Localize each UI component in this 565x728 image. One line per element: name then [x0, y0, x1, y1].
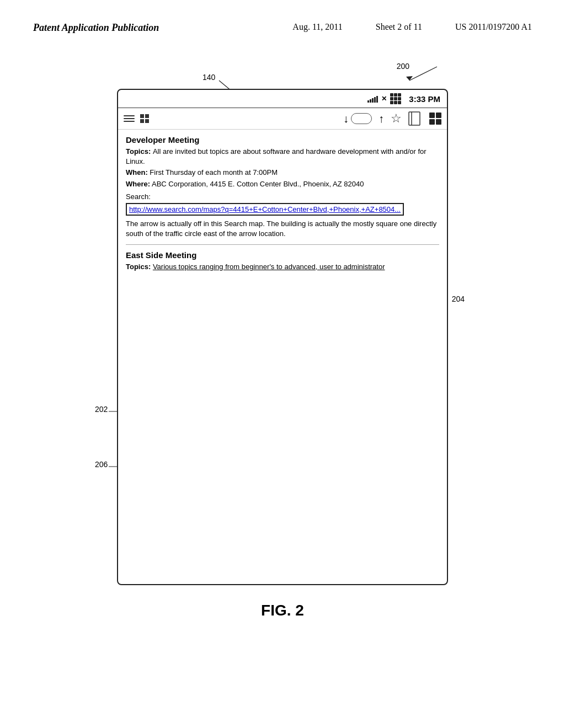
search-url-link[interactable]: http://www.search.com/maps?q=4415+E+Cott…	[126, 203, 404, 216]
header-info: Aug. 11, 2011 Sheet 2 of 11 US 2011/0197…	[292, 22, 532, 32]
search-label: Search:	[126, 192, 151, 201]
bookmark-icon[interactable]	[408, 111, 420, 126]
topics-label: Topics:	[126, 147, 153, 156]
menu-icon[interactable]	[124, 115, 135, 122]
x-icon: ✕	[381, 95, 387, 103]
svg-line-0	[409, 67, 437, 81]
developer-meeting-topics: Topics: All are invited but topics are a…	[126, 147, 439, 167]
header-sheet: Sheet 2 of 11	[376, 22, 422, 32]
back-arrow-icon[interactable]: ↓	[343, 113, 349, 125]
east-side-meeting-topics: Topics: Various topics ranging from begi…	[126, 262, 439, 272]
east-side-meeting-event: East Side Meeting Topics: Various topics…	[126, 250, 439, 272]
main-content: 200 140 144	[0, 45, 565, 630]
toolbar[interactable]: ↓ ↑ ☆	[118, 108, 447, 130]
status-bar: ✕ 3:33 PM	[118, 90, 447, 108]
patent-title: Patent Application Publication	[33, 22, 159, 34]
arrow-200	[398, 61, 454, 83]
svg-marker-1	[406, 76, 413, 81]
toolbar-right: ↓ ↑ ☆	[343, 111, 441, 126]
signal-icon	[367, 95, 378, 103]
forward-arrow-icon[interactable]: ↑	[379, 113, 384, 125]
annotation-204: 204	[452, 294, 465, 304]
svg-rect-12	[409, 112, 420, 125]
app-icon	[140, 114, 149, 123]
time-display: 3:33 PM	[409, 94, 440, 104]
star-icon[interactable]: ☆	[391, 111, 402, 126]
figure-label: FIG. 2	[56, 602, 509, 619]
header-date: Aug. 11, 2011	[292, 22, 342, 32]
four-square-icon[interactable]	[429, 113, 441, 125]
developer-meeting-event: Developer Meeting Topics: All are invite…	[126, 135, 439, 239]
header-patent-num: US 2011/0197200 A1	[455, 22, 532, 32]
developer-meeting-title: Developer Meeting	[126, 135, 439, 144]
search-url-container[interactable]: http://www.search.com/maps?q=4415+E+Cott…	[126, 203, 439, 216]
nav-pill	[351, 113, 372, 124]
nav-back-group[interactable]: ↓	[343, 113, 372, 125]
east-topics-label: Topics:	[126, 263, 151, 271]
nav-forward-group[interactable]: ↑	[379, 113, 384, 125]
status-icons: ✕	[367, 93, 401, 104]
developer-meeting-where: Where: ABC Corporation, 4415 E. Cotton C…	[126, 179, 439, 189]
east-side-meeting-title: East Side Meeting	[126, 250, 439, 260]
toolbar-left	[124, 114, 151, 123]
page-header: Patent Application Publication Aug. 11, …	[0, 0, 565, 45]
device-wrapper: 140 144 202 20	[95, 89, 470, 585]
section-divider	[126, 244, 439, 245]
figure-container: 200 140 144	[56, 56, 509, 619]
when-label: When:	[126, 168, 148, 176]
content-area: Developer Meeting Topics: All are invite…	[118, 130, 447, 279]
where-label: Where:	[126, 180, 150, 188]
search-field: Search:	[126, 192, 439, 201]
device: ✕ 3:33 PM	[117, 89, 448, 585]
grid-icon	[390, 93, 401, 104]
map-description: The arrow is actually off in this Search…	[126, 219, 439, 239]
developer-meeting-when: When: First Thursday of each month at 7:…	[126, 168, 439, 178]
